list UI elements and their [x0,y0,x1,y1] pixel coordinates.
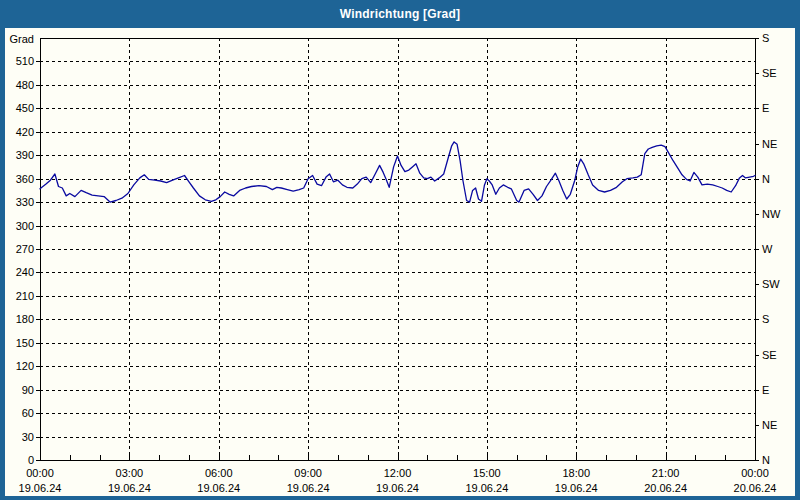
y-axis-tick-label: 210 [16,290,34,302]
y-axis-tick-label: 360 [16,173,34,185]
compass-tick-label: W [762,243,773,255]
y-axis-tick-label: 120 [16,360,34,372]
wind-direction-chart: 0306090120150180210240270300330360390420… [5,28,795,496]
x-axis-date-label: 19.06.24 [197,482,240,494]
x-axis-date-label: 20.06.24 [734,482,777,494]
y-axis-tick-label: 180 [16,313,34,325]
compass-tick-label: NE [762,138,777,150]
y-axis-tick-label: 270 [16,243,34,255]
chart-window: Windrichtung [Grad] 03060901201501802102… [0,0,800,500]
y-axis-tick-label: 300 [16,220,34,232]
y-axis-unit-label: Grad [10,33,34,45]
y-axis-tick-label: 330 [16,196,34,208]
x-axis-time-label: 00:00 [26,467,54,479]
x-axis-date-label: 19.06.24 [19,482,62,494]
x-axis-time-label: 06:00 [205,467,233,479]
x-axis-date-label: 19.06.24 [465,482,508,494]
x-axis-time-label: 00:00 [741,467,769,479]
x-axis-date-label: 20.06.24 [644,482,687,494]
y-axis-tick-label: 240 [16,266,34,278]
compass-tick-label: SE [762,67,777,79]
x-axis-time-label: 21:00 [652,467,680,479]
x-axis-date-label: 19.06.24 [376,482,419,494]
compass-tick-label: NW [762,208,781,220]
compass-tick-label: E [762,102,769,114]
y-axis-tick-label: 420 [16,126,34,138]
compass-tick-label: N [762,454,770,466]
x-axis-date-label: 19.06.24 [287,482,330,494]
compass-tick-label: NE [762,419,777,431]
y-axis-tick-label: 480 [16,79,34,91]
y-axis-tick-label: 510 [16,55,34,67]
compass-tick-label: SW [762,278,780,290]
x-axis-time-label: 09:00 [294,467,322,479]
x-axis-date-label: 19.06.24 [555,482,598,494]
compass-tick-label: S [762,313,769,325]
y-axis-tick-label: 390 [16,149,34,161]
y-axis-tick-label: 0 [28,454,34,466]
chart-body: 0306090120150180210240270300330360390420… [5,28,795,496]
y-axis-tick-label: 450 [16,102,34,114]
title-bar: Windrichtung [Grad] [0,0,800,28]
x-axis-time-label: 15:00 [473,467,501,479]
compass-tick-label: E [762,384,769,396]
x-axis-time-label: 03:00 [116,467,144,479]
compass-tick-label: SE [762,349,777,361]
y-axis-tick-label: 60 [22,407,34,419]
y-axis-tick-label: 30 [22,431,34,443]
compass-tick-label: S [762,32,769,44]
x-axis-time-label: 18:00 [562,467,590,479]
x-axis-date-label: 19.06.24 [108,482,151,494]
y-axis-tick-label: 150 [16,337,34,349]
compass-tick-label: N [762,173,770,185]
x-axis-time-label: 12:00 [384,467,412,479]
chart-title: Windrichtung [Grad] [340,7,460,21]
y-axis-tick-label: 90 [22,384,34,396]
